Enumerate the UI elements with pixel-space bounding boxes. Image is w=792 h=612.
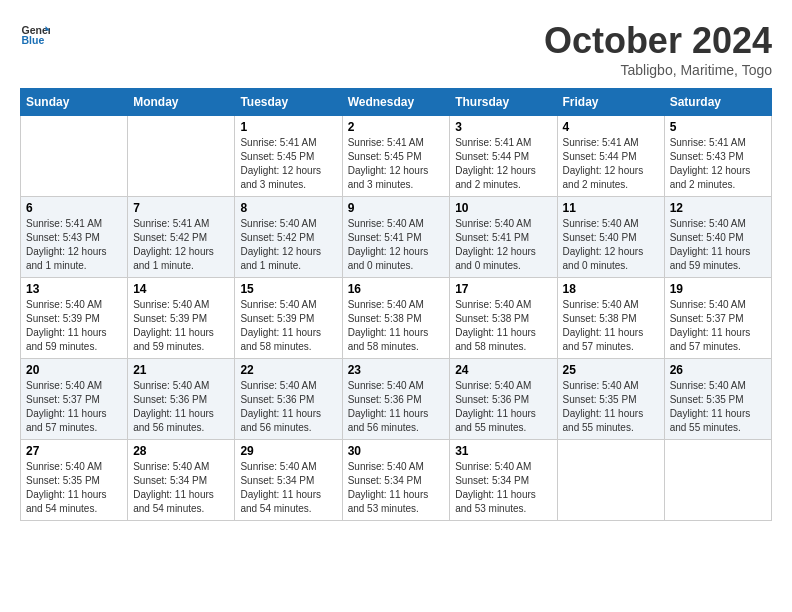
day-info: Sunrise: 5:40 AMSunset: 5:37 PMDaylight:… bbox=[670, 298, 766, 354]
calendar-cell: 12Sunrise: 5:40 AMSunset: 5:40 PMDayligh… bbox=[664, 197, 771, 278]
calendar-cell: 26Sunrise: 5:40 AMSunset: 5:35 PMDayligh… bbox=[664, 359, 771, 440]
day-number: 31 bbox=[455, 444, 551, 458]
calendar-week-row: 6Sunrise: 5:41 AMSunset: 5:43 PMDaylight… bbox=[21, 197, 772, 278]
calendar-week-row: 13Sunrise: 5:40 AMSunset: 5:39 PMDayligh… bbox=[21, 278, 772, 359]
calendar-cell: 25Sunrise: 5:40 AMSunset: 5:35 PMDayligh… bbox=[557, 359, 664, 440]
day-number: 19 bbox=[670, 282, 766, 296]
day-number: 30 bbox=[348, 444, 445, 458]
day-number: 12 bbox=[670, 201, 766, 215]
day-number: 9 bbox=[348, 201, 445, 215]
calendar-header-row: SundayMondayTuesdayWednesdayThursdayFrid… bbox=[21, 89, 772, 116]
calendar-cell bbox=[21, 116, 128, 197]
day-info: Sunrise: 5:40 AMSunset: 5:36 PMDaylight:… bbox=[240, 379, 336, 435]
day-info: Sunrise: 5:40 AMSunset: 5:41 PMDaylight:… bbox=[455, 217, 551, 273]
column-header-monday: Monday bbox=[128, 89, 235, 116]
column-header-wednesday: Wednesday bbox=[342, 89, 450, 116]
day-number: 10 bbox=[455, 201, 551, 215]
day-number: 26 bbox=[670, 363, 766, 377]
logo-icon: General Blue bbox=[20, 20, 50, 50]
day-info: Sunrise: 5:40 AMSunset: 5:37 PMDaylight:… bbox=[26, 379, 122, 435]
day-info: Sunrise: 5:40 AMSunset: 5:39 PMDaylight:… bbox=[240, 298, 336, 354]
calendar-cell bbox=[128, 116, 235, 197]
day-info: Sunrise: 5:41 AMSunset: 5:43 PMDaylight:… bbox=[670, 136, 766, 192]
day-info: Sunrise: 5:40 AMSunset: 5:39 PMDaylight:… bbox=[133, 298, 229, 354]
calendar-cell: 10Sunrise: 5:40 AMSunset: 5:41 PMDayligh… bbox=[450, 197, 557, 278]
day-info: Sunrise: 5:40 AMSunset: 5:39 PMDaylight:… bbox=[26, 298, 122, 354]
day-info: Sunrise: 5:40 AMSunset: 5:38 PMDaylight:… bbox=[563, 298, 659, 354]
calendar-cell: 22Sunrise: 5:40 AMSunset: 5:36 PMDayligh… bbox=[235, 359, 342, 440]
calendar-cell: 18Sunrise: 5:40 AMSunset: 5:38 PMDayligh… bbox=[557, 278, 664, 359]
location-subtitle: Tabligbo, Maritime, Togo bbox=[544, 62, 772, 78]
day-info: Sunrise: 5:40 AMSunset: 5:36 PMDaylight:… bbox=[133, 379, 229, 435]
day-info: Sunrise: 5:40 AMSunset: 5:41 PMDaylight:… bbox=[348, 217, 445, 273]
day-info: Sunrise: 5:40 AMSunset: 5:35 PMDaylight:… bbox=[26, 460, 122, 516]
day-info: Sunrise: 5:40 AMSunset: 5:42 PMDaylight:… bbox=[240, 217, 336, 273]
calendar-cell: 9Sunrise: 5:40 AMSunset: 5:41 PMDaylight… bbox=[342, 197, 450, 278]
day-info: Sunrise: 5:40 AMSunset: 5:36 PMDaylight:… bbox=[348, 379, 445, 435]
day-info: Sunrise: 5:41 AMSunset: 5:45 PMDaylight:… bbox=[240, 136, 336, 192]
day-number: 3 bbox=[455, 120, 551, 134]
calendar-cell: 16Sunrise: 5:40 AMSunset: 5:38 PMDayligh… bbox=[342, 278, 450, 359]
day-number: 21 bbox=[133, 363, 229, 377]
day-number: 1 bbox=[240, 120, 336, 134]
day-number: 4 bbox=[563, 120, 659, 134]
day-number: 22 bbox=[240, 363, 336, 377]
calendar-cell: 29Sunrise: 5:40 AMSunset: 5:34 PMDayligh… bbox=[235, 440, 342, 521]
day-number: 2 bbox=[348, 120, 445, 134]
calendar-cell: 1Sunrise: 5:41 AMSunset: 5:45 PMDaylight… bbox=[235, 116, 342, 197]
calendar-cell: 2Sunrise: 5:41 AMSunset: 5:45 PMDaylight… bbox=[342, 116, 450, 197]
column-header-sunday: Sunday bbox=[21, 89, 128, 116]
logo: General Blue bbox=[20, 20, 50, 50]
day-info: Sunrise: 5:40 AMSunset: 5:38 PMDaylight:… bbox=[348, 298, 445, 354]
calendar-cell: 14Sunrise: 5:40 AMSunset: 5:39 PMDayligh… bbox=[128, 278, 235, 359]
calendar-cell bbox=[557, 440, 664, 521]
day-number: 27 bbox=[26, 444, 122, 458]
page-header: General Blue October 2024 Tabligbo, Mari… bbox=[20, 20, 772, 78]
day-info: Sunrise: 5:40 AMSunset: 5:34 PMDaylight:… bbox=[240, 460, 336, 516]
day-info: Sunrise: 5:40 AMSunset: 5:34 PMDaylight:… bbox=[133, 460, 229, 516]
calendar-cell: 15Sunrise: 5:40 AMSunset: 5:39 PMDayligh… bbox=[235, 278, 342, 359]
column-header-thursday: Thursday bbox=[450, 89, 557, 116]
day-number: 17 bbox=[455, 282, 551, 296]
day-number: 23 bbox=[348, 363, 445, 377]
calendar-cell: 5Sunrise: 5:41 AMSunset: 5:43 PMDaylight… bbox=[664, 116, 771, 197]
day-number: 11 bbox=[563, 201, 659, 215]
day-info: Sunrise: 5:41 AMSunset: 5:45 PMDaylight:… bbox=[348, 136, 445, 192]
calendar-week-row: 27Sunrise: 5:40 AMSunset: 5:35 PMDayligh… bbox=[21, 440, 772, 521]
day-info: Sunrise: 5:41 AMSunset: 5:43 PMDaylight:… bbox=[26, 217, 122, 273]
column-header-saturday: Saturday bbox=[664, 89, 771, 116]
calendar-cell: 6Sunrise: 5:41 AMSunset: 5:43 PMDaylight… bbox=[21, 197, 128, 278]
calendar-cell: 13Sunrise: 5:40 AMSunset: 5:39 PMDayligh… bbox=[21, 278, 128, 359]
day-info: Sunrise: 5:40 AMSunset: 5:34 PMDaylight:… bbox=[348, 460, 445, 516]
day-number: 28 bbox=[133, 444, 229, 458]
day-info: Sunrise: 5:40 AMSunset: 5:40 PMDaylight:… bbox=[563, 217, 659, 273]
day-info: Sunrise: 5:41 AMSunset: 5:42 PMDaylight:… bbox=[133, 217, 229, 273]
day-info: Sunrise: 5:40 AMSunset: 5:35 PMDaylight:… bbox=[563, 379, 659, 435]
calendar-cell: 28Sunrise: 5:40 AMSunset: 5:34 PMDayligh… bbox=[128, 440, 235, 521]
column-header-tuesday: Tuesday bbox=[235, 89, 342, 116]
calendar-week-row: 1Sunrise: 5:41 AMSunset: 5:45 PMDaylight… bbox=[21, 116, 772, 197]
day-info: Sunrise: 5:41 AMSunset: 5:44 PMDaylight:… bbox=[563, 136, 659, 192]
day-number: 6 bbox=[26, 201, 122, 215]
day-number: 29 bbox=[240, 444, 336, 458]
calendar-cell: 11Sunrise: 5:40 AMSunset: 5:40 PMDayligh… bbox=[557, 197, 664, 278]
calendar-cell: 30Sunrise: 5:40 AMSunset: 5:34 PMDayligh… bbox=[342, 440, 450, 521]
calendar-week-row: 20Sunrise: 5:40 AMSunset: 5:37 PMDayligh… bbox=[21, 359, 772, 440]
day-number: 13 bbox=[26, 282, 122, 296]
calendar-cell: 8Sunrise: 5:40 AMSunset: 5:42 PMDaylight… bbox=[235, 197, 342, 278]
day-info: Sunrise: 5:40 AMSunset: 5:38 PMDaylight:… bbox=[455, 298, 551, 354]
calendar-cell: 19Sunrise: 5:40 AMSunset: 5:37 PMDayligh… bbox=[664, 278, 771, 359]
day-info: Sunrise: 5:40 AMSunset: 5:40 PMDaylight:… bbox=[670, 217, 766, 273]
calendar-table: SundayMondayTuesdayWednesdayThursdayFrid… bbox=[20, 88, 772, 521]
day-number: 18 bbox=[563, 282, 659, 296]
column-header-friday: Friday bbox=[557, 89, 664, 116]
day-number: 25 bbox=[563, 363, 659, 377]
day-number: 15 bbox=[240, 282, 336, 296]
calendar-cell: 24Sunrise: 5:40 AMSunset: 5:36 PMDayligh… bbox=[450, 359, 557, 440]
calendar-cell: 4Sunrise: 5:41 AMSunset: 5:44 PMDaylight… bbox=[557, 116, 664, 197]
calendar-cell: 7Sunrise: 5:41 AMSunset: 5:42 PMDaylight… bbox=[128, 197, 235, 278]
calendar-cell: 23Sunrise: 5:40 AMSunset: 5:36 PMDayligh… bbox=[342, 359, 450, 440]
day-number: 16 bbox=[348, 282, 445, 296]
calendar-cell: 27Sunrise: 5:40 AMSunset: 5:35 PMDayligh… bbox=[21, 440, 128, 521]
day-number: 20 bbox=[26, 363, 122, 377]
